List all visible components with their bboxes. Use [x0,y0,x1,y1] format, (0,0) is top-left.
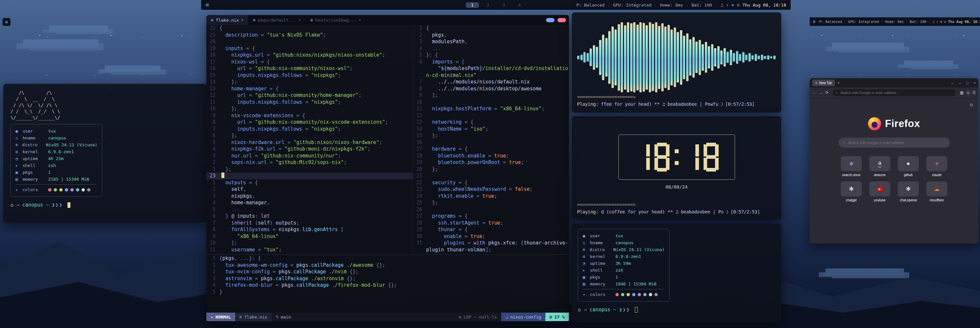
editor-pane-iso-config[interactable]: 1{2 pkgs,3 modulesPath,4 ...5}: {6 impor… [413,25,569,254]
tray-nix-icon[interactable]: ❄ [940,20,942,24]
code-line[interactable]: 5 ... [206,206,413,213]
code-line[interactable]: 16 url = "github:nix-community/nixos-wsl… [206,65,413,72]
code-line[interactable]: 1 }; [206,166,413,173]
code-line[interactable]: 19 bluetooth.powerOnBoot = true; [413,159,569,166]
close-titlebar-button[interactable] [557,18,566,22]
code-line[interactable]: 9 ]; [413,92,569,99]
code-line[interactable]: 6 } @ inputs: let [206,213,413,220]
code-line[interactable]: 29 thunar = { [413,226,569,233]
code-line[interactable]: 15 inputs.nixpkgs.follows = "nixpkgs"; [206,72,413,79]
terminal-window-fetch-left[interactable]: /\ /\ / \ __ / \ / /\ \/ \/ /\ \ / / \_\… [3,84,206,223]
code-line[interactable]: 11 inputs.nixpkgs.follows = "nixpkgs"; [206,99,413,106]
forward-button[interactable]: → [819,90,823,95]
shortcut-youtube[interactable]: ▶youtube [867,181,893,202]
terminal-window-clock[interactable]: 08/08/24 =====================> Playing:… [572,116,781,220]
workspace-3[interactable]: 3 [497,2,510,8]
launcher-button[interactable]: ⊞ [3,18,11,26]
editor-pane-default-nix[interactable]: 1{pkgs, ...}: {1 tux-awesome-wm-config =… [206,255,569,298]
shortcut-chatgpt[interactable]: ✻chatgpt [838,181,864,202]
gear-icon[interactable]: ⚙ [969,103,973,107]
code-line[interactable]: 13 home-manager = { [206,86,413,92]
terminal-window-cava[interactable]: =====================> Playing: ffee for… [572,13,781,113]
code-line[interactable]: 7 inherit (self) outputs; [206,220,413,227]
address-bar[interactable]: ⌕ [833,89,956,96]
code-line[interactable]: 26 [413,206,569,213]
code-line[interactable]: 22{ [206,25,413,32]
buffer-tab-hosts-isoImag-[interactable]: ❄hosts/isoImag...× [306,15,366,25]
code-line[interactable]: 16 [413,139,569,146]
shell-prompt[interactable]: ⌂ → canopus ~ ❯❯❯ [578,307,775,313]
account-icon[interactable]: ◎ [966,90,969,95]
tray-power-icon[interactable]: ⚡ [726,3,729,8]
code-line[interactable]: 13 networking = { [413,119,569,126]
shell-prompt[interactable]: ⌂ → canopus ~ ❯❯❯ [11,202,199,208]
maximize-button[interactable]: □ [966,81,969,85]
code-line[interactable]: 5}: { [413,52,569,59]
launcher-icon[interactable]: ⊞ [206,2,208,8]
editor-pane-flake-nix[interactable]: 22{21 description = "tux's NixOS Flake";… [206,25,413,254]
browser-tab-new-tab[interactable]: ◈ New Tab [812,79,835,86]
code-line[interactable]: 18 bluetooth.enable = true; [413,152,569,159]
minimize-titlebar-button[interactable] [546,18,555,22]
code-line[interactable]: 7 inputs.nixpkgs.follows = "nixpkgs"; [206,126,413,133]
code-line[interactable]: 6 }; [206,132,413,139]
shortcut-claude[interactable]: ✳claude [924,156,950,177]
terminal-window-fetch-right[interactable]: ●usertux⌂hnamecanopus❄distroNixOS 24.11 … [572,223,781,322]
code-line[interactable]: 28 ssh.startAgent = true; [413,220,569,227]
tray-power-icon[interactable]: ⚡ [936,20,938,24]
tray-status-icon[interactable]: ⊙ [737,3,740,8]
tab-list-caret[interactable]: ⌄ [951,81,954,85]
close-icon[interactable]: × [241,18,243,22]
extensions-icon[interactable]: ▦ [960,90,963,95]
code-line[interactable]: 24 rtkit.enable = true; [413,193,569,200]
code-line[interactable]: 2 self, [206,186,413,193]
code-line[interactable]: 17 hardware = { [413,146,569,152]
code-line[interactable]: 10 ]; [206,239,413,247]
back-button[interactable]: ← [812,90,816,95]
code-line[interactable]: plugin thunar-volman]; [413,247,569,254]
code-line[interactable]: 2 sops-nix.url = "github:Mic92/sops-nix"… [206,159,413,166]
close-button[interactable]: × [974,81,976,85]
close-icon[interactable]: × [299,18,301,22]
code-line[interactable]: 1 tux-awesome-wm-config = pkgs.callPacka… [206,262,569,269]
tray-status-icon[interactable]: ⊙ [944,20,946,24]
code-line[interactable]: 21 [413,173,569,179]
close-icon[interactable]: × [359,18,361,22]
code-line[interactable]: 4 ... [413,45,569,52]
search-input[interactable] [847,140,945,145]
code-line[interactable]: 30 enable = true; [413,233,569,240]
firefox-window[interactable]: ◈ New Tab + ⌄ – □ × ← → ⟳ ⌕ ▦ ◎ ☰ ⚙ [810,78,978,244]
tray-nix-icon[interactable]: ❄ [732,3,734,8]
shortcut-chat-openai[interactable]: ✻chat.openai [896,181,921,202]
code-line[interactable]: 8 url = "github:nix-community/nix-vscode… [206,119,413,126]
code-line[interactable]: 23 sudo.wheelNeedsPassword = false; [413,186,569,193]
code-line[interactable]: 2 tux-nvim-config = pkgs.callPackage ./n… [206,268,569,275]
code-line[interactable]: 8 forAllSystems = nixpkgs.lib.genAttrs [ [206,226,413,233]
code-line[interactable]: 21 description = "tux's NixOS Flake"; [206,32,413,39]
shortcut-github[interactable]: ●github [896,156,921,177]
code-line[interactable]: 19 inputs = { [206,45,413,52]
shortcut-search-nixos[interactable]: ❄search.nixos [838,156,864,177]
code-line[interactable]: 4 nixpkgs-f2k.url = "github:moni-dz/nixp… [206,146,413,152]
hamburger-menu-icon[interactable]: ☰ [972,90,976,95]
code-line[interactable]: 10 }; [206,105,413,112]
code-line[interactable]: 20 }; [413,166,569,173]
reload-button[interactable]: ⟳ [826,90,829,95]
neovim-window[interactable]: ❄flake.nix×❄pkgs/default...×❄hosts/isoIm… [206,15,569,322]
code-line[interactable]: 22 security = { [413,179,569,186]
shortcut-cloudflare[interactable]: ☁cloudflare [924,181,950,202]
code-line[interactable]: 14 hostName = "iso"; [413,126,569,133]
code-line[interactable]: 7 ../../modules/nixos/default.nix [413,79,569,86]
code-line[interactable]: 14 }; [206,79,413,86]
buffer-tab-flake-nix[interactable]: ❄flake.nix× [206,15,248,25]
minimize-button[interactable]: – [959,81,961,85]
code-line[interactable]: 3 modulesPath, [413,38,569,45]
tray-music-icon[interactable]: ♫ [932,20,934,24]
code-line[interactable]: 12 url = "github:nix-community/home-mana… [206,92,413,99]
code-line[interactable]: 1{pkgs, ...}: { [206,255,569,262]
code-line[interactable]: 4 home-manager, [206,200,413,206]
code-line[interactable]: 2 pkgs, [413,32,569,39]
workspace-2[interactable]: 2 [482,2,495,8]
code-line[interactable]: 9 nix-vscode-extensions = { [206,112,413,119]
code-line[interactable]: 17 nixos-wsl = { [206,59,413,65]
